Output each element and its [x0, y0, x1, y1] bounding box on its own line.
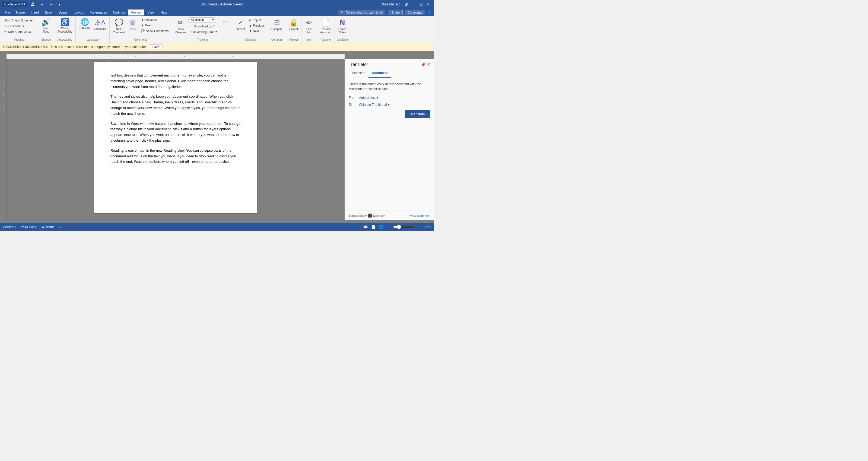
undo-button[interactable]: ↩: [38, 1, 46, 8]
share-button[interactable]: Share: [389, 10, 402, 15]
maximize-button[interactable]: □: [418, 1, 425, 8]
translate-button[interactable]: 🌐 Translate: [77, 18, 92, 31]
menu-home[interactable]: Home: [13, 9, 27, 16]
translate-btn[interactable]: Translate: [405, 110, 430, 118]
show-comments-icon: 💬: [141, 29, 145, 33]
track-changes-button[interactable]: ✏ TrackChanges: [174, 18, 188, 35]
protect-items: 🔒 Protect: [288, 18, 300, 38]
menu-view[interactable]: View: [145, 9, 157, 16]
thesaurus-button[interactable]: 📖 Thesaurus: [3, 23, 36, 29]
menu-help[interactable]: Help: [158, 9, 170, 16]
margin-mark-2: 2: [2, 81, 3, 83]
ribbon-group-accessibility: ♿ CheckAccessibility Accessibility: [54, 17, 76, 42]
show-markup-chevron: ▾: [213, 24, 215, 28]
tab-selection[interactable]: Selection: [349, 69, 369, 78]
zoom-slider[interactable]: [393, 225, 415, 229]
read-aloud-button[interactable]: 🔊 ReadAloud: [40, 18, 52, 34]
next-change-button[interactable]: ▼ Next: [247, 29, 266, 33]
restore-button[interactable]: 🗗: [402, 1, 410, 8]
redo-button[interactable]: ↪: [48, 1, 55, 8]
resume-assistant-button[interactable]: 📄 ResumeAssistant: [318, 18, 333, 35]
reviewing-pane-label: Reviewing Pane: [193, 30, 215, 34]
previous-button[interactable]: ▲ Previous: [139, 18, 170, 22]
linked-notes-button[interactable]: N LinkedNotes: [337, 18, 348, 35]
ribbon-group-protect: 🔒 Protect Protect: [286, 17, 302, 42]
resume-assistant-label: ResumeAssistant: [320, 28, 331, 34]
close-button[interactable]: ✕: [425, 1, 432, 8]
show-comments-button[interactable]: 💬 Show Comments: [139, 28, 170, 33]
title-bar-left: AutoSave Off 💾 ↩ ↪ ▾: [2, 1, 63, 8]
comments-items: 💬 NewComment 🗑 Delete ▲ Previous ▼ Next …: [111, 18, 170, 38]
language-icon: あA: [95, 19, 105, 27]
hide-ink-button[interactable]: ✏ HideInk: [303, 18, 315, 35]
menu-layout[interactable]: Layout: [72, 9, 87, 16]
user-avatar[interactable]: 👤: [427, 10, 432, 14]
onenote-items: N LinkedNotes: [337, 18, 348, 38]
to-select[interactable]: Chinese Traditional ▾: [359, 103, 390, 106]
compare-items: ⊞ Compare: [270, 18, 284, 38]
menu-review[interactable]: Review: [128, 9, 144, 16]
privacy-link[interactable]: Privacy statement: [407, 214, 430, 217]
language-label: Language: [94, 27, 106, 31]
new-comment-button[interactable]: 💬 NewComment: [111, 18, 126, 35]
menu-design[interactable]: Design: [56, 9, 71, 16]
menu-mailings[interactable]: Mailings: [110, 9, 127, 16]
word-count-button[interactable]: ≡ Word Count 2123: [3, 29, 36, 34]
sidebar-title: Translator: [349, 62, 368, 67]
menu-insert[interactable]: Insert: [28, 9, 41, 16]
title-bar: AutoSave Off 💾 ↩ ↪ ▾ Document1 - AutoRec…: [0, 0, 434, 9]
protect-button[interactable]: 🔒 Protect: [288, 18, 300, 32]
print-layout-button[interactable]: 📄: [371, 225, 376, 229]
next-change-icon: ▼: [249, 29, 252, 33]
next-button[interactable]: ▼ Next: [139, 23, 170, 28]
check-accessibility-icon: ♿: [60, 19, 70, 26]
comments-button[interactable]: Comments: [405, 10, 425, 15]
web-layout-button[interactable]: 🌐: [379, 225, 384, 229]
thesaurus-label: Thesaurus: [10, 24, 24, 28]
zoom-plus[interactable]: +: [418, 225, 420, 228]
prev-change-button[interactable]: ▲ Previous: [247, 23, 266, 28]
autosave-badge[interactable]: AutoSave Off: [2, 2, 27, 6]
status-words: 239 words: [40, 225, 54, 228]
read-mode-button[interactable]: 📖: [363, 225, 368, 229]
check-accessibility-button[interactable]: ♿ CheckAccessibility: [56, 18, 74, 34]
minimize-button[interactable]: —: [410, 1, 418, 8]
page-container[interactable]: text box designs that complement each ot…: [6, 59, 345, 220]
reviewing-pane-button[interactable]: □ Reviewing Pane ▾: [188, 29, 219, 34]
accept-button[interactable]: ✓ Accept: [235, 18, 247, 32]
prev-change-icon: ▲: [249, 24, 252, 27]
notification-save-button[interactable]: Save: [149, 44, 163, 50]
next-label: Next: [145, 24, 151, 27]
menu-search[interactable]: 🔍 Tell me what you want to do: [338, 10, 385, 15]
resume-assistant-icon: 📄: [321, 19, 330, 27]
menu-references[interactable]: References: [88, 9, 110, 16]
save-button[interactable]: 💾: [28, 1, 37, 8]
hide-ink-label: HideInk: [306, 28, 312, 34]
zoom-level: 110%: [423, 225, 431, 228]
compare-button[interactable]: ⊞ Compare: [270, 18, 284, 32]
sidebar-pin-button[interactable]: 📌: [421, 62, 425, 67]
autosave-dot: [18, 3, 20, 5]
zoom-minus[interactable]: —: [387, 225, 390, 228]
draw-track-button[interactable]: ✏: [220, 18, 230, 27]
margin-mark-1: 1: [2, 67, 3, 70]
comments-group-label: Comments: [111, 38, 170, 42]
document-page[interactable]: text box designs that complement each ot…: [94, 62, 257, 213]
sidebar-close-button[interactable]: ✕: [427, 62, 430, 67]
doc-content-wrapper: 1 2 3 4 text box designs that complement…: [0, 59, 434, 220]
autosave-state: Off: [21, 3, 25, 6]
language-button[interactable]: あA Language: [93, 18, 108, 32]
from-select[interactable]: Auto-detect ▾: [359, 96, 378, 100]
check-document-button[interactable]: abc Check Document: [3, 18, 36, 23]
reject-button[interactable]: ✗ Reject: [247, 18, 266, 23]
show-markup-button[interactable]: ☰ Show Markup ▾: [188, 24, 219, 29]
delete-button[interactable]: 🗑 Delete: [127, 18, 138, 32]
menu-file[interactable]: File: [2, 9, 13, 16]
tab-document[interactable]: Document: [369, 69, 391, 78]
onenote-group-label: OneNote: [337, 38, 348, 42]
menu-draw[interactable]: Draw: [42, 9, 55, 16]
compare-group-label: Compare: [270, 38, 284, 42]
autosave-label: AutoSave: [4, 3, 17, 6]
quick-access-more[interactable]: ▾: [56, 1, 63, 8]
all-markup-select[interactable]: All Markup Simple Markup No Markup Origi…: [188, 18, 215, 23]
